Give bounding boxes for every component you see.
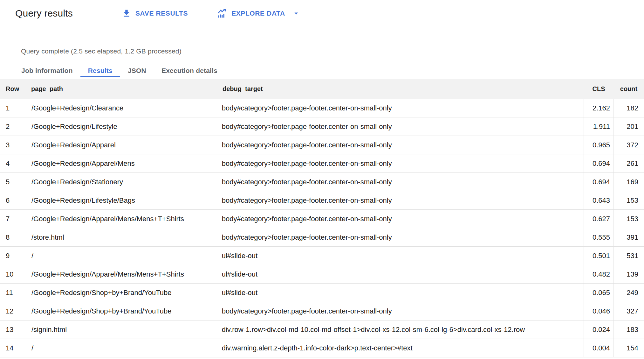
cell-cls: 0.501 (584, 247, 613, 265)
page-title: Query results (15, 8, 73, 19)
cell-cls: 0.965 (584, 136, 613, 154)
cell-row: 5 (0, 173, 27, 191)
column-header-row: Row (0, 79, 27, 99)
cell-count: 372 (613, 136, 644, 154)
table-body: 1/Google+Redesign/Clearancebody#category… (0, 99, 644, 357)
tab-json[interactable]: JSON (120, 65, 154, 77)
caret-down-icon (292, 10, 300, 17)
table-row: 13/signin.htmldiv.row-1.row>div.col-md-1… (0, 320, 644, 339)
cell-count: 139 (613, 265, 644, 283)
table-row: 4/Google+Redesign/Apparel/Mensbody#categ… (0, 154, 644, 173)
cell-page_path: /Google+Redesign/Apparel/Mens (27, 154, 218, 172)
table-row: 9/ul#slide-out0.501531 (0, 247, 644, 265)
cell-row: 9 (0, 247, 27, 265)
cell-row: 14 (0, 339, 27, 357)
table-row: 10/Google+Redesign/Apparel/Mens/Mens+T+S… (0, 265, 644, 284)
cell-row: 6 (0, 191, 27, 209)
table-row: 1/Google+Redesign/Clearancebody#category… (0, 99, 644, 117)
table-row: 12/Google+Redesign/Shop+by+Brand/YouTube… (0, 302, 644, 320)
cell-count: 154 (613, 339, 644, 357)
column-header-debug_target: debug_target (218, 79, 584, 99)
cell-debug_target: body#category>footer.page-footer.center-… (218, 154, 584, 172)
cell-debug_target: body#category>footer.page-footer.center-… (218, 117, 584, 136)
cell-page_path: /Google+Redesign/Clearance (27, 99, 218, 117)
cell-debug_target: div.row-1.row>div.col-md-10.col-md-offse… (218, 320, 584, 339)
cell-debug_target: ul#slide-out (218, 284, 584, 302)
cell-debug_target: body#category>footer.page-footer.center-… (218, 99, 584, 117)
cell-page_path: / (27, 247, 218, 265)
save-results-label: SAVE RESULTS (135, 10, 188, 17)
cell-cls: 1.911 (584, 117, 613, 136)
cell-count: 391 (613, 228, 644, 246)
tab-results[interactable]: Results (80, 65, 120, 77)
cell-page_path: /Google+Redesign/Apparel/Mens/Mens+T+Shi… (27, 210, 218, 228)
cell-cls: 0.643 (584, 191, 613, 209)
table-header-row: Rowpage_pathdebug_targetCLScount (0, 79, 644, 99)
cell-page_path: / (27, 339, 218, 357)
cell-row: 7 (0, 210, 27, 228)
cell-cls: 0.046 (584, 302, 613, 320)
cell-count: 531 (613, 247, 644, 265)
cell-page_path: /Google+Redesign/Apparel/Mens/Mens+T+Shi… (27, 265, 218, 283)
explore-data-button[interactable]: EXPLORE DATA (217, 8, 300, 18)
cell-row: 8 (0, 228, 27, 246)
table-row: 11/Google+Redesign/Shop+by+Brand/YouTube… (0, 284, 644, 302)
cell-cls: 0.627 (584, 210, 613, 228)
explore-data-label: EXPLORE DATA (231, 10, 285, 17)
query-status-text: Query complete (2.5 sec elapsed, 1.2 GB … (21, 47, 644, 55)
cell-row: 3 (0, 136, 27, 154)
cell-row: 11 (0, 284, 27, 302)
cell-row: 4 (0, 154, 27, 172)
save-results-button[interactable]: SAVE RESULTS (122, 9, 188, 18)
cell-debug_target: body#category>footer.page-footer.center-… (218, 191, 584, 209)
table-row: 8/store.htmlbody#category>footer.page-fo… (0, 228, 644, 247)
cell-cls: 0.004 (584, 339, 613, 357)
cell-cls: 2.162 (584, 99, 613, 117)
table-row: 14/div.warning.alert.z-depth-1.info-colo… (0, 339, 644, 357)
column-header-count: count (613, 79, 644, 99)
cell-debug_target: ul#slide-out (218, 265, 584, 283)
column-header-cls: CLS (584, 79, 613, 99)
cell-count: 169 (613, 173, 644, 191)
results-tab-bar: Job informationResultsJSONExecution deta… (14, 65, 644, 77)
query-results-header: Query results SAVE RESULTS EXPLORE DATA (0, 0, 644, 27)
cell-page_path: /signin.html (27, 320, 218, 339)
table-row: 5/Google+Redesign/Stationerybody#categor… (0, 173, 644, 191)
cell-cls: 0.065 (584, 284, 613, 302)
cell-debug_target: body#category>footer.page-footer.center-… (218, 136, 584, 154)
cell-debug_target: body#category>footer.page-footer.center-… (218, 228, 584, 246)
cell-row: 13 (0, 320, 27, 339)
cell-count: 153 (613, 210, 644, 228)
cell-cls: 0.694 (584, 173, 613, 191)
cell-cls: 0.482 (584, 265, 613, 283)
cell-debug_target: body#category>footer.page-footer.center-… (218, 302, 584, 320)
cell-row: 2 (0, 117, 27, 136)
cell-debug_target: div.warning.alert.z-depth-1.info-color-d… (218, 339, 584, 357)
cell-page_path: /Google+Redesign/Lifestyle/Bags (27, 191, 218, 209)
table-row: 3/Google+Redesign/Apparelbody#category>f… (0, 136, 644, 154)
cell-page_path: /Google+Redesign/Apparel (27, 136, 218, 154)
table-row: 2/Google+Redesign/Lifestylebody#category… (0, 117, 644, 136)
cell-count: 201 (613, 117, 644, 136)
cell-row: 12 (0, 302, 27, 320)
cell-page_path: /Google+Redesign/Shop+by+Brand/YouTube (27, 302, 218, 320)
cell-count: 153 (613, 191, 644, 209)
cell-count: 261 (613, 154, 644, 172)
tab-execution-details[interactable]: Execution details (154, 65, 225, 77)
cell-row: 10 (0, 265, 27, 283)
cell-debug_target: body#category>footer.page-footer.center-… (218, 173, 584, 191)
cell-debug_target: ul#slide-out (218, 247, 584, 265)
cell-count: 183 (613, 320, 644, 339)
column-header-page_path: page_path (27, 79, 218, 99)
cell-count: 249 (613, 284, 644, 302)
cell-page_path: /Google+Redesign/Lifestyle (27, 117, 218, 136)
explore-chart-icon (217, 8, 227, 18)
cell-page_path: /store.html (27, 228, 218, 246)
results-table: Rowpage_pathdebug_targetCLScount 1/Googl… (0, 79, 644, 357)
download-icon (122, 9, 131, 18)
cell-row: 1 (0, 99, 27, 117)
cell-cls: 0.694 (584, 154, 613, 172)
cell-count: 327 (613, 302, 644, 320)
cell-count: 182 (613, 99, 644, 117)
tab-job-information[interactable]: Job information (14, 65, 80, 77)
